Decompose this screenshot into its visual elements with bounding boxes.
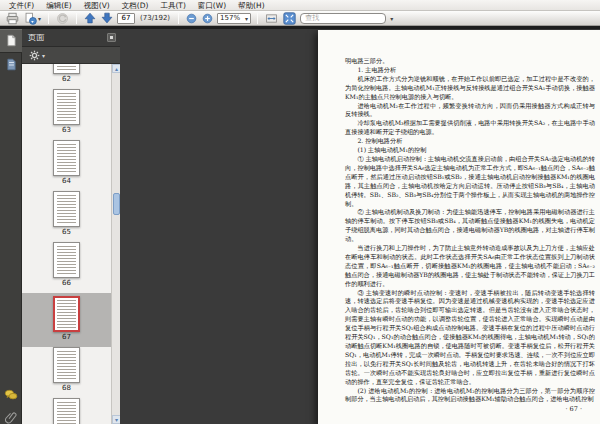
attachments-tab[interactable] — [0, 407, 22, 424]
thumbnail-content — [57, 93, 76, 121]
page-count-label: (73/192) — [140, 14, 170, 22]
toolbar-separator — [48, 13, 49, 24]
comments-icon — [4, 386, 18, 405]
previous-view-button[interactable] — [55, 12, 70, 25]
toolbar: ▾ (73/192) 157% ▾ ▾ — [0, 11, 600, 26]
menu-item[interactable]: 帮助(H) — [232, 0, 271, 11]
page-number-label: · 67 · — [565, 405, 582, 413]
zoom-in-icon — [202, 13, 213, 24]
export-icon — [24, 12, 37, 25]
panel-options-bar: ▾ — [22, 47, 120, 64]
scroll-down-icon[interactable]: ▾ — [112, 415, 120, 424]
thumbnail-page-label: 62 — [62, 74, 71, 84]
document-paragraph: 当进行换刀和上刀操作时，为了防止主轴意外转动造成事故以及为上刀方便，主轴应处在断… — [345, 244, 595, 289]
thumbnail-content — [57, 402, 76, 424]
paperclip-icon — [5, 409, 18, 424]
chrome-divider — [0, 26, 600, 29]
panel-title: 页面 — [22, 32, 107, 43]
page-thumbnail[interactable]: 67 — [22, 293, 111, 347]
thumbnail-image[interactable] — [53, 242, 80, 278]
thumbnail-image[interactable] — [53, 296, 80, 332]
document-paragraph: 2. 控制电路分析 — [345, 137, 595, 146]
panel-header: 页面 — [22, 29, 120, 47]
next-page-button[interactable] — [100, 12, 114, 25]
comments-tab[interactable] — [0, 384, 22, 406]
options-caret-icon[interactable]: ▾ — [42, 49, 45, 62]
menu-bar: 文件(F) 编辑(E) 视图(V) 文档(D) 工具(T) 窗口(W) 帮助(H… — [0, 0, 600, 11]
page-thumbnail[interactable]: 62 — [22, 64, 111, 89]
options-gear-icon[interactable] — [29, 46, 40, 65]
page-number-input[interactable] — [117, 13, 135, 24]
document-paragraph: 进给电动机M₂在工作过程中，频繁变换转动方向，因而仍采用接触器方式构成正转与反转… — [345, 102, 595, 120]
thumbnail-content — [57, 144, 76, 172]
thumbnail-image[interactable] — [53, 398, 80, 424]
fit-page-button[interactable] — [282, 12, 297, 25]
page-thumbnail[interactable]: 64 — [22, 140, 111, 191]
thumbnail-content — [57, 64, 76, 70]
thumbnail-image[interactable] — [53, 89, 80, 125]
previous-page-icon — [84, 12, 96, 24]
fit-width-icon — [265, 12, 278, 25]
search-input[interactable] — [300, 13, 386, 24]
print-button[interactable] — [5, 12, 20, 25]
scrollbar-thumb[interactable] — [113, 193, 120, 215]
fit-page-icon — [283, 12, 296, 25]
menu-item[interactable]: 窗口(W) — [192, 0, 232, 11]
page-thumbnail[interactable]: 65 — [22, 191, 111, 242]
zoom-out-icon — [186, 13, 197, 24]
previous-page-button[interactable] — [83, 12, 97, 25]
document-viewport[interactable]: 明电路三部分。 1. 主电路分析 机床的工作方式分为逆铣和顺铣，在开始工作以前即… — [121, 29, 600, 424]
zoom-out-button[interactable] — [185, 12, 198, 25]
document-paragraph: ③ 主轴变速时的瞬时点动控制：变速时，变速手柄被拉出，随后转动变速手轮选择转速，… — [345, 289, 595, 387]
thumbnail-image[interactable] — [53, 191, 80, 227]
document-paragraph: ① 主轴电动机启动控制：主轴电动机交流直接启动前，由组合开关SA₅选定电动机的转… — [345, 155, 595, 208]
document-paragraph: 机床的工作方式分为逆铣和顺铣，在开始工作以前即已选定，加工过程中是不改变的，为简… — [345, 75, 595, 102]
zoom-in-button[interactable] — [201, 12, 214, 25]
thumbnail-page-label: 65 — [62, 227, 71, 237]
document-paragraph: (1) 主轴电动机M₁的控制 — [345, 146, 595, 155]
pages-panel: 页面 ▾ 62 63 64 — [22, 29, 120, 424]
zoom-level-value: 157% — [220, 14, 244, 22]
zoom-caret-icon: ▾ — [245, 12, 248, 25]
bookmarks-tab[interactable] — [0, 53, 22, 77]
toolbar-separator — [257, 13, 258, 24]
zoom-level-select[interactable]: 157% ▾ — [217, 13, 251, 24]
menu-item[interactable]: 视图(V) — [78, 0, 116, 11]
toolbar-separator — [76, 13, 77, 24]
menu-item[interactable]: 文件(F) — [3, 0, 40, 11]
document-text: 明电路三部分。 1. 主电路分析 机床的工作方式分为逆铣和顺铣，在开始工作以前即… — [345, 57, 595, 404]
page-thumbnail[interactable]: 68 — [22, 347, 111, 398]
thumbnail-image[interactable] — [53, 64, 80, 74]
print-icon — [6, 12, 19, 25]
thumbnail-page-label: 66 — [62, 278, 71, 288]
thumbnail-page-label: 63 — [62, 125, 71, 135]
thumbnail-content — [57, 195, 76, 223]
export-button[interactable]: ▾ — [23, 12, 42, 25]
page-thumbnail[interactable]: 66 — [22, 242, 111, 293]
document-paragraph: 明电路三部分。 — [345, 57, 595, 66]
collapse-panel-button[interactable] — [107, 33, 116, 42]
menu-item[interactable]: 编辑(E) — [40, 0, 78, 11]
menu-item[interactable]: 文档(D) — [116, 0, 155, 11]
thumbnail-list: 62 63 64 65 66 — [22, 64, 120, 424]
document-paragraph: 冷却泵电动机M₃根据加工需要提供切削液，电路中采用转换开关SA₂，在主电路中手动… — [345, 119, 595, 137]
scroll-up-icon[interactable]: ▴ — [112, 64, 120, 73]
next-page-icon — [101, 12, 113, 24]
thumbnail-scrollbar[interactable]: ▴ ▾ — [111, 64, 120, 424]
pages-icon — [5, 32, 18, 51]
bookmarks-icon — [5, 56, 18, 75]
page-thumbnail[interactable]: 63 — [22, 89, 111, 140]
previous-view-icon — [56, 12, 69, 25]
fit-width-button[interactable] — [264, 12, 279, 25]
thumbnail-image[interactable] — [53, 140, 80, 176]
navigation-tab-strip — [0, 29, 22, 424]
thumbnail-page-label: 67 — [62, 332, 71, 342]
menu-item[interactable]: 工具(T) — [154, 0, 191, 11]
thumbnail-page-label: 68 — [62, 383, 71, 393]
search-options-caret-icon[interactable]: ▾ — [390, 12, 393, 25]
document-paragraph: 1. 主电路分析 — [345, 66, 595, 75]
page-thumbnail[interactable] — [22, 398, 111, 424]
pages-tab[interactable] — [0, 29, 22, 53]
thumbnail-image[interactable] — [53, 347, 80, 383]
document-page: 明电路三部分。 1. 主电路分析 机床的工作方式分为逆铣和顺铣，在开始工作以前即… — [318, 30, 600, 424]
